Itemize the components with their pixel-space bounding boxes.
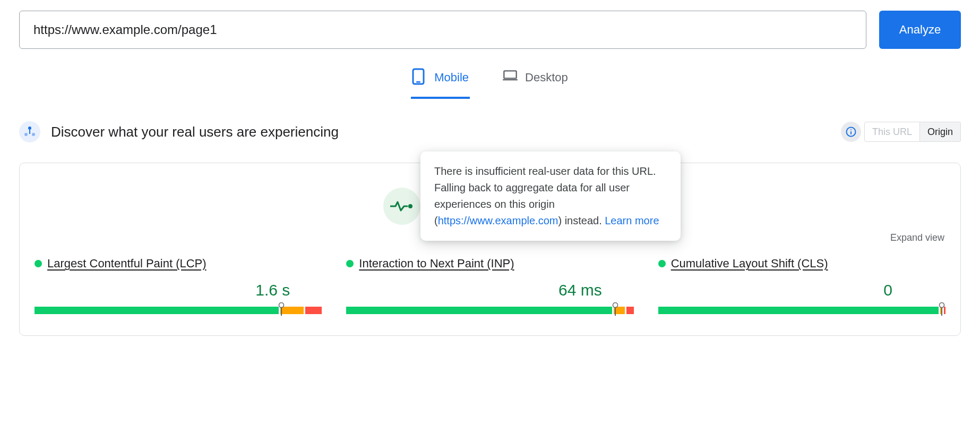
scope-this-url-button[interactable]: This URL [864, 122, 920, 142]
metric-inp: Interaction to Next Paint (INP) 64 ms [346, 257, 633, 314]
status-dot-good-icon [658, 260, 666, 267]
tooltip-learn-more-link[interactable]: Learn more [605, 215, 659, 226]
tooltip-origin-link[interactable]: https://www.example.com [438, 215, 558, 226]
expand-view-link[interactable]: Expand view [890, 232, 944, 243]
info-icon[interactable] [841, 122, 861, 142]
svg-point-4 [28, 126, 31, 130]
metric-inp-bar [346, 307, 633, 314]
pulse-icon [383, 188, 420, 225]
scope-origin-button[interactable]: Origin [920, 122, 961, 142]
bar-needs-improvement [940, 307, 942, 314]
svg-rect-2 [504, 71, 516, 78]
svg-point-11 [408, 204, 412, 208]
svg-rect-9 [850, 129, 852, 130]
tab-desktop-label: Desktop [525, 71, 568, 85]
bar-good [35, 307, 279, 314]
metric-cls-value: 0 [658, 281, 945, 299]
url-input[interactable] [19, 11, 866, 49]
section-title: Discover what your real users are experi… [51, 124, 339, 140]
mobile-icon [412, 68, 427, 87]
svg-rect-7 [29, 130, 30, 134]
device-tabs: Mobile Desktop [19, 65, 961, 99]
bar-good [346, 307, 612, 314]
tab-mobile[interactable]: Mobile [411, 65, 470, 99]
crux-section-header: Discover what your real users are experi… [19, 121, 961, 142]
svg-point-6 [32, 133, 35, 136]
desktop-icon [503, 68, 518, 87]
bar-poor [305, 307, 322, 314]
metric-lcp: Largest Contentful Paint (LCP) 1.6 s [35, 257, 322, 314]
bar-poor [626, 307, 634, 314]
bar-good [658, 307, 939, 314]
svg-rect-10 [850, 131, 852, 134]
search-row: Analyze [19, 11, 961, 49]
tab-desktop[interactable]: Desktop [502, 65, 569, 99]
status-dot-good-icon [35, 260, 42, 267]
metric-cls-bar [658, 307, 945, 314]
status-dot-good-icon [346, 260, 354, 267]
metric-inp-value: 64 ms [346, 281, 633, 299]
metric-inp-name[interactable]: Interaction to Next Paint (INP) [359, 257, 514, 271]
svg-rect-3 [503, 79, 518, 80]
metrics-row: Largest Contentful Paint (LCP) 1.6 s Int… [35, 257, 945, 314]
tooltip-text-mid: ) instead. [558, 215, 605, 226]
metric-cls: Cumulative Layout Shift (CLS) 0 [658, 257, 945, 314]
scope-toggle-group: This URL Origin [841, 122, 961, 142]
insufficient-data-tooltip: There is insufficient real-user data for… [420, 151, 681, 241]
metric-lcp-bar [35, 307, 322, 314]
metric-lcp-value: 1.6 s [35, 281, 322, 299]
bar-needs-improvement [614, 307, 625, 314]
bar-needs-improvement [280, 307, 304, 314]
metric-cls-name[interactable]: Cumulative Layout Shift (CLS) [671, 257, 828, 271]
svg-rect-1 [416, 81, 420, 83]
crux-icon [19, 121, 40, 142]
metric-lcp-name[interactable]: Largest Contentful Paint (LCP) [47, 257, 207, 271]
svg-point-5 [24, 133, 28, 136]
tab-mobile-label: Mobile [434, 71, 469, 85]
bar-poor [944, 307, 945, 314]
analyze-button[interactable]: Analyze [879, 11, 961, 49]
